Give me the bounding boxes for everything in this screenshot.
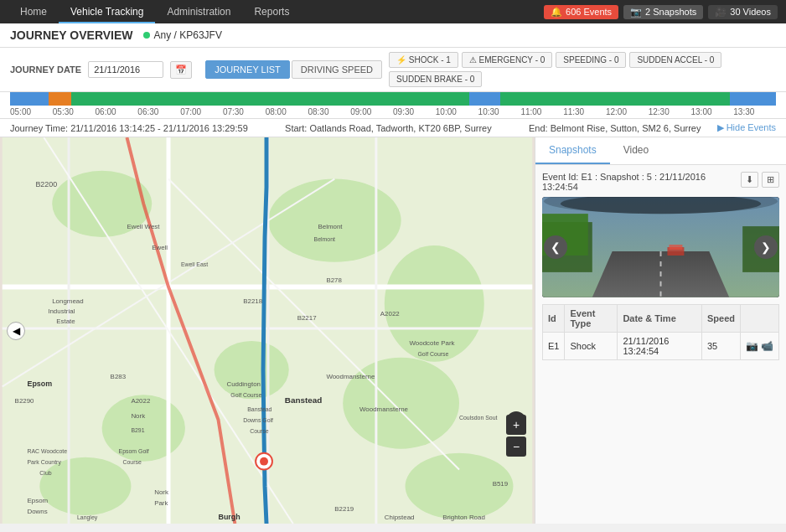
vehicle-badge: Any / KP63JFV bbox=[143, 29, 222, 41]
snapshot-wrapper: ❮ ❯ bbox=[542, 197, 779, 297]
map-left-arrow-btn[interactable]: ◀ bbox=[7, 322, 25, 340]
filter-bar: JOURNEY DATE 📅 JOURNEY LIST DRIVING SPEE… bbox=[0, 48, 786, 92]
camera-icon: 📷 bbox=[630, 7, 642, 18]
svg-text:Industrial: Industrial bbox=[48, 307, 75, 315]
svg-text:Woodmansterne: Woodmansterne bbox=[326, 373, 375, 380]
tl-9: 09:30 bbox=[393, 107, 436, 116]
panel-body: Event Id: E1 : Snapshot : 5 : 21/11/2016… bbox=[535, 165, 786, 524]
tl-4: 07:00 bbox=[180, 107, 223, 116]
snapshot-next-btn[interactable]: ❯ bbox=[754, 235, 778, 259]
journey-time: Journey Time: 21/11/2016 13:14:25 - 21/1… bbox=[10, 123, 248, 133]
nav-reports[interactable]: Reports bbox=[242, 0, 301, 23]
nav-administration[interactable]: Administration bbox=[155, 0, 242, 23]
tab-snapshots[interactable]: Snapshots bbox=[535, 137, 610, 164]
tl-17: 13:30 bbox=[733, 107, 776, 116]
events-tbody: E1 Shock 21/11/2016 13:24:54 35 📷 📹 bbox=[543, 333, 779, 360]
tl-8: 09:00 bbox=[350, 107, 393, 116]
svg-text:B283: B283 bbox=[111, 373, 127, 380]
snapshots-badge[interactable]: 📷 2 Snapshots bbox=[623, 5, 703, 19]
svg-text:B2217: B2217 bbox=[297, 314, 317, 322]
events-table: Id Event Type Date & Time Speed E1 Shock… bbox=[542, 304, 779, 360]
snapshot-prev-btn[interactable]: ❮ bbox=[544, 235, 567, 259]
svg-text:Brighton Road: Brighton Road bbox=[442, 514, 485, 521]
svg-text:Epsom Golf: Epsom Golf bbox=[119, 448, 149, 455]
nav-badges: 🔔 606 Events 📷 2 Snapshots 🎥 30 Videos bbox=[544, 5, 778, 19]
col-speed: Speed bbox=[701, 305, 740, 333]
pill-sudden-brake[interactable]: SUDDEN BRAKE - 0 bbox=[389, 71, 482, 87]
tl-1: 05:30 bbox=[53, 107, 96, 116]
status-dot bbox=[143, 32, 150, 39]
svg-point-5 bbox=[215, 341, 289, 399]
zoom-in-btn[interactable]: + bbox=[506, 415, 526, 435]
nav-home[interactable]: Home bbox=[8, 0, 59, 23]
svg-text:B519: B519 bbox=[493, 480, 509, 488]
map-svg: B2200 Ewell West Ewell Ewell East Longme… bbox=[0, 137, 535, 524]
tl-7: 08:30 bbox=[308, 107, 350, 116]
map-zoom-controls: + − bbox=[506, 415, 526, 457]
main-content: B2200 Ewell West Ewell Ewell East Longme… bbox=[0, 137, 786, 524]
pill-emergency[interactable]: ⚠ EMERGENCY - 0 bbox=[462, 52, 553, 68]
tl-14: 12:00 bbox=[606, 107, 649, 116]
tab-driving-speed[interactable]: DRIVING SPEED bbox=[292, 60, 382, 79]
date-input[interactable] bbox=[88, 61, 163, 78]
svg-text:Chipstead: Chipstead bbox=[385, 514, 415, 521]
top-nav: Home Vehicle Tracking Administration Rep… bbox=[0, 0, 786, 23]
events-badge[interactable]: 🔔 606 Events bbox=[544, 5, 618, 19]
nav-items: Home Vehicle Tracking Administration Rep… bbox=[8, 0, 544, 23]
nav-vehicle-tracking[interactable]: Vehicle Tracking bbox=[59, 0, 155, 23]
zoom-out-btn[interactable]: − bbox=[506, 436, 526, 457]
svg-point-68 bbox=[260, 457, 268, 466]
tl-15: 12:30 bbox=[649, 107, 691, 116]
pill-sudden-accel[interactable]: SUDDEN ACCEL - 0 bbox=[629, 52, 721, 68]
pill-shock[interactable]: ⚡ SHOCK - 1 bbox=[389, 52, 458, 68]
svg-text:Course: Course bbox=[122, 459, 141, 465]
pill-speeding[interactable]: SPEEDING - 0 bbox=[556, 52, 626, 68]
event-id-row: Event Id: E1 : Snapshot : 5 : 21/11/2016… bbox=[542, 172, 779, 192]
row-camera-icon[interactable]: 📷 bbox=[746, 340, 758, 352]
col-id: Id bbox=[543, 305, 565, 333]
svg-point-2 bbox=[268, 179, 401, 262]
timeline-seg-6 bbox=[730, 92, 776, 106]
videos-badge[interactable]: 🎥 30 Videos bbox=[708, 5, 778, 19]
col-datetime: Date & Time bbox=[618, 305, 702, 333]
cell-event-type: Shock bbox=[565, 333, 618, 360]
timeline-seg-1 bbox=[10, 92, 49, 106]
svg-text:Banstead: Banstead bbox=[247, 406, 271, 412]
snapshot-image bbox=[542, 197, 779, 297]
svg-text:Epsom: Epsom bbox=[27, 380, 52, 388]
tab-video[interactable]: Video bbox=[610, 137, 662, 164]
svg-text:Banstead: Banstead bbox=[285, 395, 323, 405]
row-video-icon[interactable]: 📹 bbox=[761, 340, 773, 352]
svg-text:B2290: B2290 bbox=[15, 397, 35, 405]
tl-16: 13:00 bbox=[691, 107, 734, 116]
svg-text:Estate: Estate bbox=[56, 318, 75, 325]
timeline-bar[interactable] bbox=[10, 92, 776, 106]
event-actions: ⬇ ⊞ bbox=[741, 172, 779, 188]
svg-text:A2022: A2022 bbox=[131, 397, 150, 405]
timeline-seg-4 bbox=[469, 92, 500, 106]
sub-header: JOURNEY OVERVIEW Any / KP63JFV bbox=[0, 23, 786, 48]
svg-text:Park Country: Park Country bbox=[27, 459, 61, 466]
calendar-icon-btn[interactable]: 📅 bbox=[170, 61, 192, 79]
expand-icon-btn[interactable]: ⊞ bbox=[762, 172, 779, 188]
download-icon-btn[interactable]: ⬇ bbox=[741, 172, 758, 188]
svg-text:Epsom: Epsom bbox=[27, 497, 48, 504]
journey-start: Start: Oatlands Road, Tadworth, KT20 6BP… bbox=[285, 123, 492, 133]
map-container[interactable]: B2200 Ewell West Ewell Ewell East Longme… bbox=[0, 137, 535, 524]
hide-events-btn[interactable]: ▶ Hide Events bbox=[717, 122, 776, 133]
event-pills: ⚡ SHOCK - 1 ⚠ EMERGENCY - 0 SPEEDING - 0… bbox=[389, 52, 776, 87]
svg-text:Park: Park bbox=[154, 499, 168, 507]
cell-id: E1 bbox=[543, 333, 565, 360]
svg-text:B278: B278 bbox=[326, 276, 342, 284]
tl-0: 05:00 bbox=[10, 107, 53, 116]
svg-text:Burgh: Burgh bbox=[219, 513, 240, 521]
tl-3: 06:30 bbox=[137, 107, 180, 116]
tl-11: 10:30 bbox=[478, 107, 521, 116]
svg-text:Belmont: Belmont bbox=[318, 223, 343, 230]
tab-journey-list[interactable]: JOURNEY LIST bbox=[205, 60, 290, 79]
tab-buttons: JOURNEY LIST DRIVING SPEED bbox=[205, 60, 382, 79]
cell-row-actions: 📷 📹 bbox=[740, 333, 778, 360]
svg-text:Downs Golf: Downs Golf bbox=[243, 417, 273, 423]
right-panel: Snapshots Video Event Id: E1 : Snapshot … bbox=[535, 137, 786, 524]
svg-text:Nork: Nork bbox=[131, 412, 145, 420]
